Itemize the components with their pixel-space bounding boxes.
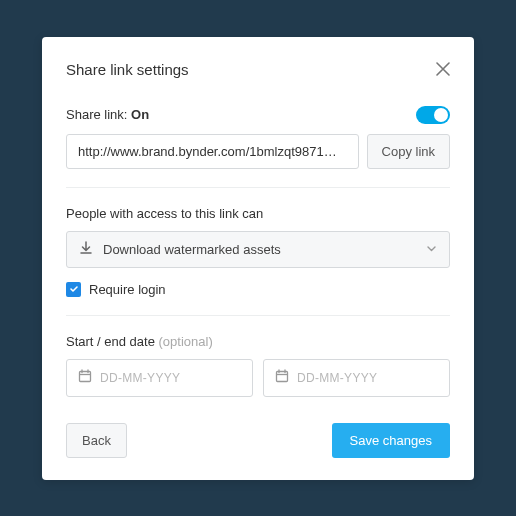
svg-rect-0 — [80, 371, 91, 381]
access-select[interactable]: Download watermarked assets — [66, 231, 450, 268]
end-date-input[interactable]: DD-MM-YYYY — [263, 359, 450, 397]
share-url-row: http://www.brand.bynder.com/1bmlzqt9871…… — [66, 134, 450, 169]
save-changes-button[interactable]: Save changes — [332, 423, 450, 458]
access-select-value: Download watermarked assets — [103, 242, 281, 257]
modal-title: Share link settings — [66, 61, 189, 78]
share-link-status: On — [131, 107, 149, 122]
start-date-input[interactable]: DD-MM-YYYY — [66, 359, 253, 397]
download-icon — [79, 241, 93, 258]
modal-footer: Back Save changes — [66, 423, 450, 458]
back-button[interactable]: Back — [66, 423, 127, 458]
share-url-input[interactable]: http://www.brand.bynder.com/1bmlzqt9871… — [66, 134, 359, 169]
date-label-text: Start / end date — [66, 334, 155, 349]
date-section-label: Start / end date (optional) — [66, 334, 450, 349]
divider — [66, 315, 450, 316]
chevron-down-icon — [426, 242, 437, 257]
copy-link-button[interactable]: Copy link — [367, 134, 450, 169]
modal-header: Share link settings — [66, 61, 450, 78]
date-row: DD-MM-YYYY DD-MM-YYYY — [66, 359, 450, 397]
access-select-content: Download watermarked assets — [79, 241, 281, 258]
share-link-label: Share link: On — [66, 107, 149, 122]
end-date-placeholder: DD-MM-YYYY — [297, 371, 377, 385]
divider — [66, 187, 450, 188]
share-link-toggle-row: Share link: On — [66, 106, 450, 124]
share-link-settings-modal: Share link settings Share link: On http:… — [42, 37, 474, 480]
require-login-row: Require login — [66, 282, 450, 297]
share-link-toggle[interactable] — [416, 106, 450, 124]
start-date-placeholder: DD-MM-YYYY — [100, 371, 180, 385]
require-login-label: Require login — [89, 282, 166, 297]
share-link-label-text: Share link: — [66, 107, 127, 122]
close-icon[interactable] — [436, 62, 450, 76]
svg-rect-1 — [277, 371, 288, 381]
date-optional-text: (optional) — [159, 334, 213, 349]
calendar-icon — [275, 369, 289, 387]
require-login-checkbox[interactable] — [66, 282, 81, 297]
calendar-icon — [78, 369, 92, 387]
access-label: People with access to this link can — [66, 206, 450, 221]
